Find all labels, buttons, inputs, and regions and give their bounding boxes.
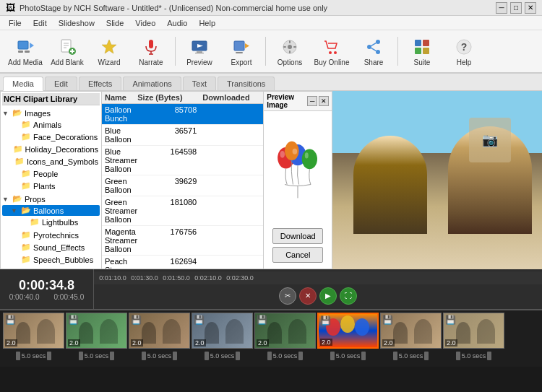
dur-handle-left-1[interactable] <box>16 352 20 360</box>
tab-transitions[interactable]: Transitions <box>218 77 275 90</box>
list-row[interactable]: Peach Streamer Balloon162694 <box>102 256 263 269</box>
tree-row-weather[interactable]: 📁Weather <box>2 267 100 269</box>
tab-animations[interactable]: Animations <box>123 77 181 90</box>
thumb-photo-overlay-2 <box>129 313 189 344</box>
menu-item-audio[interactable]: Audio <box>161 17 193 29</box>
tab-edit[interactable]: Edit <box>45 77 77 90</box>
duration-item-2: 5.0 secs <box>66 352 127 360</box>
toolbar: Add MediaAdd BlankWizardNarratePreviewEx… <box>0 30 542 74</box>
preview-header: Preview Image ─ ✕ <box>264 92 332 111</box>
tree-row-pyrotechnics[interactable]: 📁Pyrotechnics <box>2 230 100 240</box>
dur-handle-left-5[interactable] <box>267 352 272 360</box>
dur-handle-left-2[interactable] <box>79 352 83 360</box>
timeline-thumb-5[interactable]: 💾2.0 <box>254 313 316 349</box>
dur-handle-left-6[interactable] <box>330 352 335 360</box>
dur-handle-right-1[interactable] <box>47 352 51 360</box>
toolbar-btn-add-media[interactable]: Add Media <box>6 32 45 70</box>
timeline-thumb-4[interactable]: 💾2.0 <box>192 313 253 349</box>
tree-row-sound-effects[interactable]: 📁Sound_Effects <box>2 242 100 253</box>
maximize-button[interactable]: □ <box>510 2 522 14</box>
tree-row-plants[interactable]: 📁Plants <box>2 180 100 191</box>
cancel-button[interactable]: Cancel <box>272 247 323 263</box>
toolbar-btn-add-blank[interactable]: Add Blank <box>48 32 87 70</box>
list-row-name: Green Streamer Balloon <box>105 198 137 224</box>
scissors-button[interactable]: ✂ <box>279 287 296 305</box>
list-row[interactable]: Green Balloon39629 <box>102 175 263 196</box>
fullscreen-button[interactable]: ⛶ <box>340 287 357 305</box>
dur-handle-right-6[interactable] <box>361 352 366 360</box>
action-buttons: Download Cancel <box>264 222 332 269</box>
tree-expand-images: ▼ <box>2 110 12 117</box>
minimize-button[interactable]: ─ <box>496 2 507 14</box>
main-container: NCH Clipart Library ▼📂Images📁Animals📁Fac… <box>0 91 542 392</box>
dur-handle-left-3[interactable] <box>142 352 146 360</box>
tree-row-images[interactable]: ▼📂Images <box>2 108 100 118</box>
tree-row-face-deco[interactable]: 📁Face_Decorations <box>2 131 100 142</box>
tree-row-balloons[interactable]: ▼📂Balloons <box>2 205 100 216</box>
svg-rect-27 <box>293 46 296 48</box>
timeline-thumb-2[interactable]: 💾2.0 <box>66 313 127 349</box>
menu-item-help[interactable]: Help <box>193 17 221 29</box>
dur-handle-right-8[interactable] <box>487 352 491 360</box>
list-row-name: Green Balloon <box>105 177 137 194</box>
dur-handle-left-4[interactable] <box>205 352 209 360</box>
timeline-thumb-7[interactable]: 💾2.0 <box>380 313 442 349</box>
thumb-photo-overlay-0 <box>4 313 64 344</box>
dur-handle-right-3[interactable] <box>173 352 177 360</box>
dur-handle-left-8[interactable] <box>456 352 460 360</box>
download-button[interactable]: Download <box>272 228 323 244</box>
list-row[interactable]: Balloon Bunch85708 <box>102 104 263 125</box>
preview-minimize-btn[interactable]: ─ <box>307 96 317 106</box>
toolbar-btn-wizard[interactable]: Wizard <box>90 32 129 70</box>
tree-row-people[interactable]: 📁People <box>2 168 100 179</box>
time-ruler-row: 0:01:10.0 0:01:30.0 0:01:50.0 0:02:10.0 … <box>94 271 542 284</box>
tree-row-props[interactable]: ▼📂Props <box>2 193 100 204</box>
toolbar-btn-export[interactable]: Export <box>222 32 261 70</box>
timeline-thumb-6[interactable]: 💾2.0 <box>317 313 379 349</box>
tree-row-speech-bubbles[interactable]: 📁Speech_Bubbles <box>2 254 100 265</box>
play-button[interactable]: ▶ <box>319 287 337 305</box>
menu-item-slide[interactable]: Slide <box>100 17 129 29</box>
tree-row-icons-sym[interactable]: 📁Icons_and_Symbols <box>2 156 100 167</box>
timeline-thumb-3[interactable]: 💾2.0 <box>129 313 190 349</box>
list-row[interactable]: Blue Streamer Balloon164598 <box>102 146 263 175</box>
list-row[interactable]: Green Streamer Balloon181080 <box>102 196 263 226</box>
dur-handle-right-4[interactable] <box>236 352 240 360</box>
preview-close-btn[interactable]: ✕ <box>319 96 329 106</box>
menu-item-file[interactable]: File <box>3 17 27 29</box>
toolbar-btn-share[interactable]: Share <box>354 32 393 70</box>
tree-item-holiday-deco: 📁Holiday_Decorations <box>2 143 100 155</box>
tree-item-images: ▼📂Images📁Animals📁Face_Decorations📁Holida… <box>2 107 100 193</box>
dur-handle-right-7[interactable] <box>424 352 429 360</box>
close-button[interactable]: ✕ <box>525 2 536 14</box>
dur-handle-right-2[interactable] <box>110 352 114 360</box>
toolbar-btn-options[interactable]: Options <box>270 32 309 70</box>
menu-item-video[interactable]: Video <box>129 17 161 29</box>
dur-handle-right-5[interactable] <box>298 352 303 360</box>
list-row[interactable]: Blue Balloon36571 <box>102 125 263 146</box>
delete-button[interactable]: ✕ <box>299 287 317 305</box>
svg-line-33 <box>371 43 377 45</box>
list-row[interactable]: Magenta Streamer Balloon176756 <box>102 226 263 256</box>
menu-item-slideshow[interactable]: Slideshow <box>53 17 100 29</box>
dur-handle-left-7[interactable] <box>393 352 397 360</box>
toolbar-btn-help[interactable]: ?Help <box>444 32 483 70</box>
tree-row-animals[interactable]: 📁Animals <box>2 119 100 130</box>
tree-item-face-deco: 📁Face_Decorations <box>2 131 100 143</box>
menu-item-edit[interactable]: Edit <box>27 17 53 29</box>
list-row-size: 39629 <box>137 177 202 194</box>
tab-text[interactable]: Text <box>183 77 216 90</box>
toolbar-btn-narrate[interactable]: Narrate <box>132 32 171 70</box>
tree-label-lightbulbs: Lightbulbs <box>42 218 78 227</box>
tab-media[interactable]: Media <box>3 77 43 91</box>
toolbar-btn-suite[interactable]: Suite <box>403 32 442 70</box>
list-content: Balloon Bunch85708Blue Balloon36571Blue … <box>102 104 263 269</box>
tree-folder-icon-images: 📂 <box>12 108 22 118</box>
timeline-thumb-8[interactable]: 💾2.0 <box>443 313 504 349</box>
toolbar-btn-buy-online[interactable]: Buy Online <box>312 32 351 70</box>
tab-effects[interactable]: Effects <box>79 77 121 90</box>
tree-row-lightbulbs[interactable]: 📁Lightbulbs <box>2 217 100 227</box>
tree-row-holiday-deco[interactable]: 📁Holiday_Decorations <box>2 144 100 154</box>
timeline-thumb-1[interactable]: 💾2.0 <box>3 313 64 349</box>
toolbar-btn-preview[interactable]: Preview <box>180 32 219 70</box>
